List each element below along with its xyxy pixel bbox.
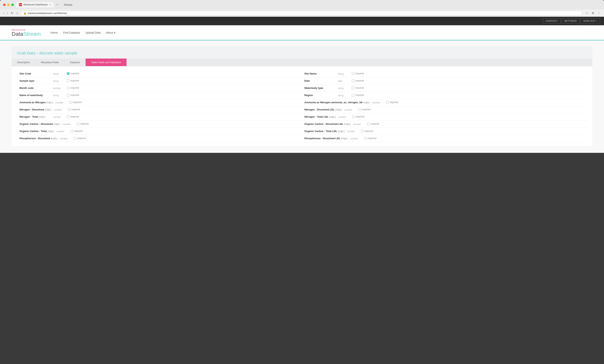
field-required: required — [386, 101, 398, 104]
active-tab[interactable]: DS Mackenzie DataStream × — [16, 2, 54, 7]
new-tab-button[interactable]: + — [54, 2, 60, 7]
required-checkbox-icon — [352, 87, 354, 89]
required-checkbox-icon — [67, 116, 69, 118]
bookmark-icon[interactable]: ☆ — [584, 11, 589, 16]
field-name: Phosphorous - Dissolved LDL (mg/L) — [304, 137, 348, 140]
nav-about-link[interactable]: About ▾ — [106, 31, 115, 34]
required-checkbox-icon — [69, 101, 72, 104]
field-row: Nitrogen - Total (mg/L)numberrequired — [17, 113, 302, 121]
maximize-button[interactable] — [11, 3, 14, 6]
tab-metadata-fields[interactable]: Metadata Fields — [35, 59, 65, 66]
field-row: Ammonia as Nitrogen (mg/L)numberrequired — [17, 99, 302, 106]
about-dropdown-icon: ▾ — [114, 31, 115, 34]
field-type: number — [60, 137, 71, 140]
field-type: number — [63, 122, 74, 126]
address-url: mackenziedatastream.ca/#/themes — [28, 12, 67, 15]
field-row: Nitrogen - Total LDL (mg/L)numberrequire… — [302, 113, 587, 121]
field-name: Nitrogen - Dissolved LDL (mg/L) — [304, 108, 342, 111]
field-row: Datedaterequired — [302, 77, 587, 85]
field-row: Nitrogen - Dissolved (mg/L)numberrequire… — [17, 106, 302, 113]
field-row: Waterbody typestringrequired — [302, 85, 587, 92]
nav-home-link[interactable]: Home — [50, 31, 58, 34]
tab-title: Mackenzie DataStream — [24, 3, 48, 6]
field-row: Organic Carbon - Dissolved LDL (mg/L)num… — [302, 121, 587, 128]
required-label: required — [71, 108, 80, 111]
field-name: Month code — [19, 86, 50, 89]
nav-find-datasets-link[interactable]: Find Datasets — [63, 31, 80, 34]
tab-table-fields[interactable]: Table Fields and Validation — [86, 59, 127, 66]
required-label: required — [73, 101, 82, 104]
field-name: Site Code — [19, 72, 50, 75]
about-label: About — [106, 31, 113, 34]
field-type: date — [338, 79, 350, 83]
extensions-icon[interactable]: ⚙ — [590, 11, 595, 16]
required-label: required — [355, 94, 364, 97]
field-row: Nitrogen - Dissolved LDL (mg/L)numberreq… — [302, 106, 587, 113]
back-button[interactable]: ‹ — [2, 11, 5, 15]
field-required: required — [67, 86, 79, 89]
required-label: required — [368, 137, 376, 140]
tab-close-icon[interactable]: × — [50, 3, 51, 6]
content-card: Grab Data – discrete water sample Descri… — [12, 46, 592, 146]
menu-icon[interactable]: ⋮ — [597, 11, 602, 16]
required-label: required — [355, 72, 364, 75]
page-content: Grab Data – discrete water sample Descri… — [0, 40, 604, 152]
nav-buttons: ‹ › ↻ ⌂ — [2, 11, 19, 15]
field-name: Sample type — [19, 79, 50, 82]
sign-out-button[interactable]: SIGN OUT › — [580, 18, 600, 24]
required-label: required — [74, 130, 83, 133]
forward-button[interactable]: › — [6, 11, 9, 15]
contact-button[interactable]: CONTACT — [543, 18, 561, 24]
logo-stream: Stream — [23, 31, 41, 37]
field-row: Month codenumberrequired — [17, 85, 302, 92]
field-name: Nitrogen - Dissolved (mg/L) — [19, 108, 51, 111]
main-nav: Home Find Datasets Upload Data About ▾ — [50, 31, 115, 34]
field-type: number — [347, 130, 359, 133]
field-required: required — [352, 86, 364, 89]
required-label: required — [370, 122, 379, 125]
field-required: required — [352, 115, 364, 118]
required-checkbox-icon — [386, 101, 389, 104]
required-checkbox-icon — [358, 108, 361, 111]
field-name: Site Name — [304, 72, 336, 75]
required-checkbox-icon: ✓ — [67, 72, 69, 75]
field-type: string — [338, 94, 350, 97]
field-required: required — [69, 101, 82, 104]
settings-button[interactable]: SETTINGS — [561, 18, 580, 24]
field-type: number — [55, 101, 67, 104]
required-checkbox-icon — [67, 87, 69, 89]
required-label: required — [356, 115, 364, 118]
top-navigation: CONTACT SETTINGS SIGN OUT › — [0, 17, 604, 25]
reload-button[interactable]: ↻ — [10, 11, 14, 15]
field-name: Nitrogen - Total LDL (mg/L) — [304, 115, 336, 118]
browser-window: DS Mackenzie DataStream × + Tamara ‹ › ↻… — [0, 0, 604, 17]
field-type: number — [338, 115, 350, 118]
field-type: number — [56, 130, 68, 133]
home-button[interactable]: ⌂ — [15, 11, 19, 15]
required-checkbox-icon — [70, 130, 73, 133]
address-box[interactable]: 🔒 mackenziedatastream.ca/#/themes — [21, 11, 582, 16]
browser-actions: ☆ ⚙ ⋮ — [584, 11, 602, 16]
logo-data: Data — [12, 31, 23, 37]
logo[interactable]: Mackenzie DataStream — [12, 28, 41, 37]
required-label: required — [70, 115, 79, 118]
nav-upload-data-link[interactable]: Upload Data — [85, 31, 101, 34]
tab-datasets[interactable]: Datasets — [65, 59, 86, 66]
close-button[interactable] — [3, 3, 6, 6]
tab-description[interactable]: Description — [12, 59, 35, 66]
minimize-button[interactable] — [7, 3, 10, 6]
field-row: Regionstringrequired — [302, 92, 587, 99]
required-checkbox-icon — [67, 94, 69, 97]
tab-favicon-icon: DS — [19, 3, 22, 6]
field-required: required — [67, 115, 79, 118]
field-name: Organic Carbon - Total (mg/L) — [19, 130, 54, 133]
field-name: Organic Carbon - Dissolved LDL (mg/L) — [304, 122, 351, 125]
field-required: required — [77, 122, 89, 125]
field-row: Ammonia as Nitrogen ammonia_as_nitrogen_… — [302, 99, 587, 106]
required-label: required — [77, 137, 86, 140]
field-required: required — [352, 94, 364, 97]
field-row: Name of waterbodystringrequired — [17, 92, 302, 99]
field-name: Organic Carbon - Dissolved (mg/L) — [19, 122, 60, 125]
field-required: required — [358, 108, 370, 111]
sign-out-label: SIGN OUT — [583, 20, 595, 22]
